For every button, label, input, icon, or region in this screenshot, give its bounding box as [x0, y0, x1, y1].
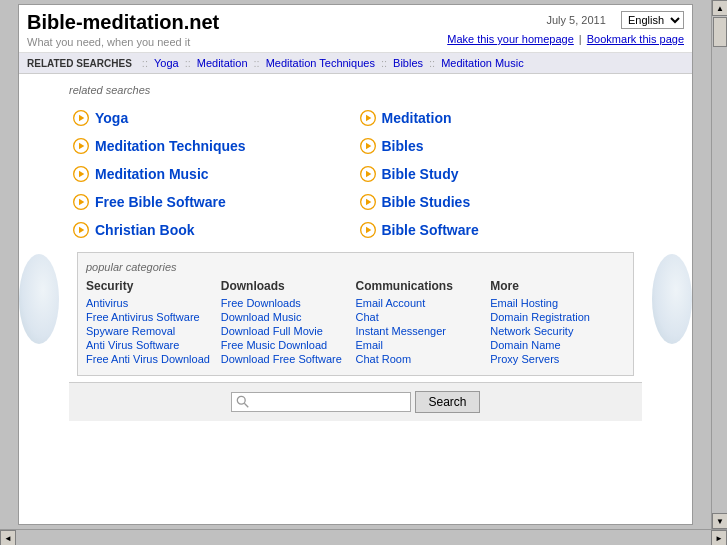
language-selector-wrap[interactable]: English — [621, 11, 684, 29]
list-item: Christian Book — [69, 216, 356, 244]
search-button[interactable]: Search — [415, 391, 479, 413]
site-title: Bible-meditation.net — [27, 11, 219, 34]
related-bar-yoga[interactable]: Yoga — [154, 57, 179, 69]
cat-col-communications: Communications Email Account Chat Instan… — [356, 279, 491, 367]
search-input[interactable] — [253, 395, 403, 409]
arrow-icon — [73, 110, 89, 126]
list-item: Bible Study — [356, 160, 643, 188]
arrow-icon — [73, 194, 89, 210]
cat-link-domain-registration[interactable]: Domain Registration — [490, 311, 625, 323]
link-christian-book[interactable]: Christian Book — [95, 222, 195, 238]
date-display: July 5, 2011 English — [447, 11, 684, 29]
link-free-bible-software[interactable]: Free Bible Software — [95, 194, 226, 210]
related-bar-meditation-music[interactable]: Meditation Music — [441, 57, 524, 69]
cat-link-chat-room[interactable]: Chat Room — [356, 353, 491, 365]
link-bibles[interactable]: Bibles — [382, 138, 424, 154]
make-homepage-link[interactable]: Make this your homepage — [447, 33, 574, 45]
top-bar: Bible-meditation.net What you need, when… — [19, 5, 692, 53]
related-bar-meditation-techniques[interactable]: Meditation Techniques — [266, 57, 375, 69]
list-item: Bible Software — [356, 216, 643, 244]
link-bible-studies[interactable]: Bible Studies — [382, 194, 471, 210]
link-meditation-techniques[interactable]: Meditation Techniques — [95, 138, 246, 154]
right-circle — [652, 254, 692, 344]
cat-link-download-movie[interactable]: Download Full Movie — [221, 325, 356, 337]
related-bar-bibles[interactable]: Bibles — [393, 57, 423, 69]
cat-link-download-free-software[interactable]: Download Free Software — [221, 353, 356, 365]
cat-link-domain-name[interactable]: Domain Name — [490, 339, 625, 351]
list-item: Meditation Music — [69, 160, 356, 188]
related-searches-subtitle: related searches — [69, 84, 642, 96]
popular-categories: popular categories Security Antivirus Fr… — [77, 252, 634, 376]
right-decor — [652, 74, 692, 524]
list-item: Meditation — [356, 104, 643, 132]
list-item: Free Bible Software — [69, 188, 356, 216]
cat-link-spyware[interactable]: Spyware Removal — [86, 325, 221, 337]
scroll-h-track — [16, 530, 711, 545]
site-tagline: What you need, when you need it — [27, 36, 219, 48]
cat-link-free-antivirus[interactable]: Free Antivirus Software — [86, 311, 221, 323]
cat-header-communications: Communications — [356, 279, 491, 293]
arrow-icon — [360, 194, 376, 210]
list-item: Meditation Techniques — [69, 132, 356, 160]
search-bar: Search — [69, 382, 642, 421]
cat-link-free-downloads[interactable]: Free Downloads — [221, 297, 356, 309]
cat-link-download-music[interactable]: Download Music — [221, 311, 356, 323]
links-grid: Yoga Meditation — [69, 104, 642, 244]
cat-link-proxy-servers[interactable]: Proxy Servers — [490, 353, 625, 365]
scroll-thumb[interactable] — [713, 17, 727, 47]
cat-header-downloads: Downloads — [221, 279, 356, 293]
scroll-right-button[interactable]: ► — [711, 530, 727, 545]
left-circle — [19, 254, 59, 344]
link-bible-software[interactable]: Bible Software — [382, 222, 479, 238]
cat-link-email-hosting[interactable]: Email Hosting — [490, 297, 625, 309]
search-input-wrap — [231, 392, 411, 412]
scroll-left-button[interactable]: ◄ — [0, 530, 16, 545]
arrow-icon — [360, 110, 376, 126]
cat-link-free-antivirus-download[interactable]: Free Anti Virus Download — [86, 353, 221, 365]
arrow-icon — [73, 222, 89, 238]
scroll-down-button[interactable]: ▼ — [712, 513, 727, 529]
link-meditation-music[interactable]: Meditation Music — [95, 166, 209, 182]
arrow-icon — [73, 138, 89, 154]
top-right: July 5, 2011 English Make this your home… — [447, 11, 684, 45]
categories-grid: Security Antivirus Free Antivirus Softwa… — [86, 279, 625, 367]
svg-point-20 — [238, 396, 246, 404]
cat-link-chat[interactable]: Chat — [356, 311, 491, 323]
cat-link-email-account[interactable]: Email Account — [356, 297, 491, 309]
center-content: related searches Yoga — [59, 74, 652, 524]
top-links: Make this your homepage | Bookmark this … — [447, 33, 684, 45]
cat-header-security: Security — [86, 279, 221, 293]
scroll-up-button[interactable]: ▲ — [712, 0, 727, 16]
horizontal-scrollbar[interactable]: ◄ ► — [0, 529, 727, 545]
arrow-icon — [73, 166, 89, 182]
cat-header-more: More — [490, 279, 625, 293]
related-bar-meditation[interactable]: Meditation — [197, 57, 248, 69]
arrow-icon — [360, 166, 376, 182]
language-select[interactable]: English — [621, 11, 684, 29]
arrow-icon — [360, 222, 376, 238]
cat-link-antivirus-software[interactable]: Anti Virus Software — [86, 339, 221, 351]
link-meditation[interactable]: Meditation — [382, 110, 452, 126]
list-item: Bible Studies — [356, 188, 643, 216]
list-item: Yoga — [69, 104, 356, 132]
cat-link-free-music-download[interactable]: Free Music Download — [221, 339, 356, 351]
cat-col-more: More Email Hosting Domain Registration N… — [490, 279, 625, 367]
cat-link-network-security[interactable]: Network Security — [490, 325, 625, 337]
bookmark-link[interactable]: Bookmark this page — [587, 33, 684, 45]
svg-line-21 — [245, 403, 249, 407]
related-bar-label: RELATED SEARCHES — [27, 58, 132, 69]
cat-link-email[interactable]: Email — [356, 339, 491, 351]
arrow-icon — [360, 138, 376, 154]
cat-col-downloads: Downloads Free Downloads Download Music … — [221, 279, 356, 367]
cat-col-security: Security Antivirus Free Antivirus Softwa… — [86, 279, 221, 367]
related-bar: RELATED SEARCHES :: Yoga :: Meditation :… — [19, 53, 692, 74]
search-icon — [236, 395, 250, 409]
left-decor — [19, 74, 59, 524]
link-bible-study[interactable]: Bible Study — [382, 166, 459, 182]
link-yoga[interactable]: Yoga — [95, 110, 128, 126]
cat-link-antivirus[interactable]: Antivirus — [86, 297, 221, 309]
scroll-track — [712, 48, 727, 513]
popular-title: popular categories — [86, 261, 625, 273]
vertical-scrollbar[interactable]: ▲ ▼ — [711, 0, 727, 529]
cat-link-instant-messenger[interactable]: Instant Messenger — [356, 325, 491, 337]
